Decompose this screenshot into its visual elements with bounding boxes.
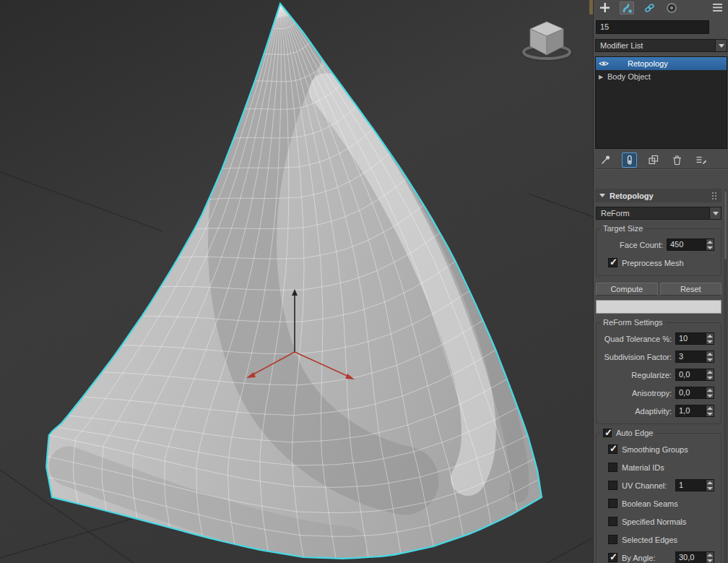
panel-scrollbar[interactable] bbox=[724, 189, 727, 563]
command-panel: 15 Modifier List Retopology ▶ Body Objec… bbox=[593, 0, 728, 563]
preprocess-mesh-label: Preprocess Mesh bbox=[622, 259, 684, 267]
quad-tolerance-value[interactable]: 10 bbox=[675, 332, 706, 345]
boolean-seams-checkbox[interactable] bbox=[608, 499, 618, 508]
by-angle-row[interactable]: By Angle: 30,0 bbox=[599, 549, 718, 563]
subdivision-factor-spinner[interactable]: 3 bbox=[675, 351, 714, 363]
selected-edges-label: Selected Edges bbox=[622, 536, 677, 544]
dropdown-arrow-icon[interactable] bbox=[715, 40, 727, 51]
preprocess-mesh-checkbox[interactable] bbox=[608, 258, 618, 267]
collapse-arrow-icon[interactable] bbox=[599, 194, 605, 197]
modifier-stack: Retopology ▶ Body Object bbox=[595, 56, 727, 149]
uv-channel-row[interactable]: UV Channel: 1 bbox=[599, 476, 718, 494]
anisotropy-spinner[interactable]: 0,0 bbox=[675, 387, 714, 399]
uv-channel-spinner[interactable]: 1 bbox=[675, 479, 714, 491]
spinner-arrows[interactable] bbox=[706, 351, 714, 363]
hierarchy-tab-icon[interactable] bbox=[642, 1, 656, 14]
preprocess-mesh-checkbox-row[interactable]: Preprocess Mesh bbox=[599, 254, 718, 272]
adaptivity-label: Adaptivity: bbox=[635, 407, 672, 416]
algorithm-dropdown[interactable]: ReForm bbox=[596, 207, 722, 220]
auto-edge-label: Auto Edge bbox=[616, 429, 653, 437]
regularize-label: Regularize: bbox=[631, 371, 672, 379]
perspective-viewport[interactable] bbox=[0, 0, 593, 563]
reform-settings-group: ReForm Settings Quad Tolerance %: 10 Sub… bbox=[596, 322, 722, 424]
visibility-eye-icon[interactable] bbox=[599, 60, 609, 67]
show-end-result-icon[interactable] bbox=[622, 152, 637, 168]
stack-item-label: Retopology bbox=[628, 59, 668, 68]
quad-tolerance-row: Quad Tolerance %: 10 bbox=[599, 330, 718, 348]
anisotropy-row: Anisotropy: 0,0 bbox=[599, 384, 718, 402]
modifier-list-label: Modifier List bbox=[600, 41, 643, 50]
remove-modifier-icon[interactable] bbox=[670, 152, 685, 168]
boolean-seams-label: Boolean Seams bbox=[622, 499, 678, 508]
configure-modifier-sets-icon[interactable] bbox=[693, 152, 708, 168]
spinner-arrows[interactable] bbox=[706, 405, 714, 417]
subdivision-factor-label: Subdivision Factor: bbox=[604, 353, 672, 361]
subdivision-factor-value[interactable]: 3 bbox=[675, 351, 706, 363]
selected-edges-row[interactable]: Selected Edges bbox=[599, 530, 718, 549]
target-size-label: Target Size bbox=[600, 224, 646, 233]
face-count-label: Face Count: bbox=[620, 241, 663, 249]
face-count-spinner[interactable]: 450 bbox=[667, 238, 714, 251]
face-count-value[interactable]: 450 bbox=[667, 238, 706, 251]
pin-stack-icon[interactable] bbox=[598, 152, 613, 168]
by-angle-checkbox[interactable] bbox=[608, 553, 618, 562]
material-ids-row[interactable]: Material IDs bbox=[599, 458, 718, 476]
spinner-arrows[interactable] bbox=[706, 479, 714, 491]
stack-item-retopology[interactable]: Retopology bbox=[596, 57, 727, 70]
compute-button[interactable]: Compute bbox=[596, 283, 658, 296]
by-angle-value[interactable]: 30,0 bbox=[675, 551, 706, 563]
stack-item-body-object[interactable]: ▶ Body Object bbox=[596, 70, 727, 83]
smoothing-groups-checkbox[interactable] bbox=[608, 444, 618, 454]
spinner-arrows[interactable] bbox=[706, 387, 714, 399]
modifier-list-dropdown[interactable]: Modifier List bbox=[595, 39, 727, 52]
specified-normals-label: Specified Normals bbox=[622, 517, 686, 526]
subdivision-factor-row: Subdivision Factor: 3 bbox=[599, 348, 718, 366]
auto-edge-checkbox[interactable] bbox=[603, 429, 612, 437]
spinner-arrows[interactable] bbox=[706, 369, 714, 381]
stack-toolbar bbox=[595, 151, 727, 169]
object-name-input[interactable]: 15 bbox=[596, 20, 709, 34]
rollout-area: Retopology ReForm Target Size Face Count… bbox=[595, 189, 722, 563]
reset-button[interactable]: Reset bbox=[660, 283, 722, 296]
regularize-row: Regularize: 0,0 bbox=[599, 366, 718, 384]
auto-edge-row[interactable]: Auto Edge bbox=[600, 429, 656, 437]
retopology-rollout-header[interactable]: Retopology bbox=[595, 189, 722, 202]
create-tab-icon[interactable] bbox=[597, 1, 612, 14]
anisotropy-label: Anisotropy: bbox=[632, 389, 672, 397]
anisotropy-value[interactable]: 0,0 bbox=[675, 387, 706, 399]
compute-reset-row: Compute Reset bbox=[596, 283, 722, 296]
specified-normals-row[interactable]: Specified Normals bbox=[599, 512, 718, 530]
motion-tab-icon[interactable] bbox=[664, 1, 679, 14]
adaptivity-value[interactable]: 1,0 bbox=[675, 405, 706, 417]
spinner-arrows[interactable] bbox=[706, 238, 714, 251]
boolean-seams-row[interactable]: Boolean Seams bbox=[599, 494, 718, 512]
quad-tolerance-spinner[interactable]: 10 bbox=[675, 332, 714, 345]
modify-tab-icon[interactable] bbox=[620, 1, 634, 14]
selected-edges-checkbox[interactable] bbox=[608, 535, 618, 544]
target-size-group: Target Size Face Count: 450 Preprocess M… bbox=[596, 228, 722, 276]
face-count-row: Face Count: 450 bbox=[599, 236, 718, 254]
command-panel-tabs bbox=[594, 0, 728, 14]
material-ids-checkbox[interactable] bbox=[608, 463, 618, 472]
by-angle-spinner[interactable]: 30,0 bbox=[675, 551, 714, 563]
regularize-spinner[interactable]: 0,0 bbox=[675, 369, 714, 381]
material-ids-label: Material IDs bbox=[622, 463, 664, 472]
dropdown-arrow-icon[interactable] bbox=[709, 207, 721, 219]
scrollbar-thumb[interactable] bbox=[724, 191, 727, 259]
specified-normals-checkbox[interactable] bbox=[608, 517, 618, 526]
spinner-arrows[interactable] bbox=[706, 332, 714, 345]
expand-arrow-icon[interactable]: ▶ bbox=[599, 74, 606, 80]
adaptivity-spinner[interactable]: 1,0 bbox=[675, 405, 714, 417]
regularize-value[interactable]: 0,0 bbox=[675, 369, 706, 381]
smoothing-groups-row[interactable]: Smoothing Groups bbox=[599, 440, 718, 458]
algorithm-value: ReForm bbox=[601, 209, 630, 218]
uv-channel-checkbox[interactable] bbox=[608, 481, 618, 490]
uv-channel-value[interactable]: 1 bbox=[675, 479, 706, 491]
rollout-grip-icon[interactable] bbox=[712, 192, 717, 199]
panel-menu-icon[interactable] bbox=[710, 1, 724, 14]
spinner-arrows[interactable] bbox=[706, 551, 714, 563]
auto-edge-group: Auto Edge Smoothing Groups Material IDs … bbox=[596, 433, 722, 563]
make-unique-icon[interactable] bbox=[646, 152, 661, 168]
by-angle-label: By Angle: bbox=[622, 554, 655, 562]
compute-progress-bar bbox=[596, 300, 722, 314]
